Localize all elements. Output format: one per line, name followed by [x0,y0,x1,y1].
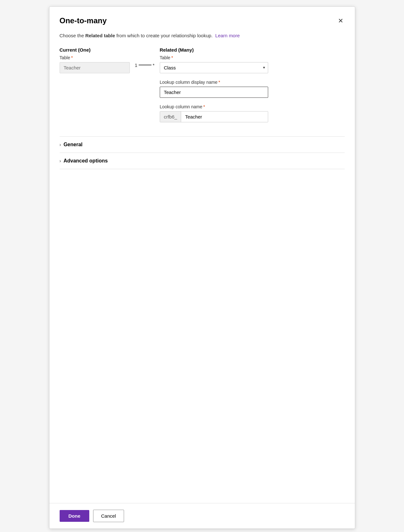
close-icon: ✕ [338,17,343,25]
general-chevron-icon: › [60,142,61,147]
lookup-display-input[interactable] [160,87,268,98]
related-table-required: * [171,55,173,60]
lookup-display-group: Lookup column display name * [160,80,345,98]
dialog-description: Choose the Related table from which to c… [49,32,355,47]
connector-line [139,65,151,65]
lookup-name-group: Lookup column name * crfb6_ [160,104,345,122]
current-column: Current (One) Table * Teacher [60,47,130,73]
related-table-group: Table * Class ▾ [160,55,345,73]
columns-layout: Current (One) Table * Teacher 1 * Relate… [60,47,345,129]
current-column-label: Current (One) [60,47,130,53]
description-suffix: from which to create your relationship l… [115,33,213,38]
done-button[interactable]: Done [60,510,90,522]
lookup-name-required: * [203,104,205,109]
description-prefix: Choose the [60,33,85,38]
connector-one: 1 [135,62,137,68]
lookup-name-prefix: crfb6_ [160,111,181,122]
related-column-label: Related (Many) [160,47,345,53]
lookup-name-combo: crfb6_ [160,111,268,122]
advanced-section-title: Advanced options [63,158,108,164]
general-section-title: General [63,142,83,147]
lookup-display-label: Lookup column display name * [160,80,345,85]
learn-more-link[interactable]: Learn more [215,33,240,38]
lookup-name-input[interactable] [181,111,268,122]
related-table-label: Table * [160,55,345,60]
related-column: Related (Many) Table * Class ▾ [160,47,345,129]
connector: 1 * [130,62,160,68]
cancel-button[interactable]: Cancel [93,510,124,522]
one-to-many-dialog: One-to-many ✕ Choose the Related table f… [49,6,355,529]
current-table-value: Teacher [60,62,130,73]
close-button[interactable]: ✕ [337,16,345,26]
dialog-footer: Done Cancel [49,503,355,528]
current-table-required: * [71,55,73,60]
lookup-name-label: Lookup column name * [160,104,345,109]
general-section: › General [49,137,355,153]
advanced-section: › Advanced options [49,153,355,169]
advanced-chevron-icon: › [60,158,61,163]
form-section: Current (One) Table * Teacher 1 * Relate… [49,47,355,136]
description-bold: Related table [85,33,115,38]
related-table-select-wrapper: Class ▾ [160,62,268,73]
lookup-display-required: * [218,80,220,85]
current-table-label: Table * [60,55,130,60]
general-section-header[interactable]: › General [60,142,345,147]
related-table-select[interactable]: Class [160,62,268,73]
divider-3 [60,169,345,169]
dialog-title: One-to-many [60,16,107,25]
advanced-section-header[interactable]: › Advanced options [60,158,345,164]
connector-many: * [153,62,155,68]
dialog-header: One-to-many ✕ [49,7,355,32]
